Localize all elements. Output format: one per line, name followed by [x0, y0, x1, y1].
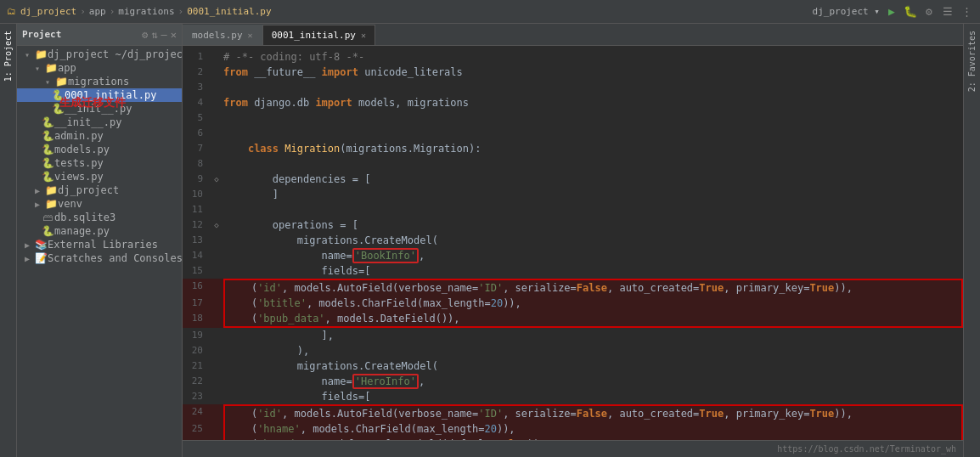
main-layout: 1: Project Project ⚙ ⇅ — ✕ ▾ 📁 dj_projec…: [0, 24, 980, 457]
editor-area: models.py ✕ 0001_initial.py ✕ 1 # -*- co…: [183, 24, 963, 457]
code-line-12: 12 ◇ operations = [: [183, 217, 963, 233]
tree-item-migrations[interactable]: ▾ 📁 migrations: [17, 75, 182, 88]
tree-item-manage[interactable]: 🐍 manage.py: [17, 224, 182, 238]
tree-item-init-migrations[interactable]: 🐍 __init__.py: [17, 102, 182, 116]
tab-models-close[interactable]: ✕: [248, 31, 253, 40]
status-url: https://blog.csdn.net/Terminator_wh: [777, 444, 956, 454]
expand-arrow-venv: ▶: [31, 200, 44, 209]
expand-arrow-scratches: ▶: [20, 254, 34, 263]
panel-title: Project: [22, 29, 138, 40]
tree-item-scratches[interactable]: ▶ 📝 Scratches and Consoles: [17, 251, 182, 265]
tree-item-app[interactable]: ▾ 📁 app: [17, 61, 182, 75]
db-icon: 🗃: [41, 212, 54, 223]
venv-label: venv: [58, 198, 182, 210]
code-line-22: 22 name='HeroInfo',: [183, 374, 963, 389]
app-label: app: [58, 62, 182, 74]
init-migrations-label: __init__.py: [65, 103, 182, 115]
code-line-16: 16 ('id', models.AutoField(verbose_name=…: [183, 279, 963, 296]
code-line-15: 15 fields=[: [183, 263, 963, 279]
title-bar: 🗂 dj_project › app › migrations › 0001_i…: [0, 0, 980, 24]
code-line-3: 3: [183, 80, 963, 95]
code-line-24: 24 ('id', models.AutoField(verbose_name=…: [183, 404, 963, 421]
db-label: db.sqlite3: [54, 212, 182, 223]
tab-models[interactable]: models.py ✕: [183, 25, 262, 45]
tree-item-ext-libs[interactable]: ▶ 📚 External Libraries: [17, 238, 182, 251]
code-line-25: 25 ('hname', models.CharField(max_length…: [183, 421, 963, 437]
debug-button[interactable]: 🐛: [904, 5, 917, 19]
code-line-18: 18 ('bpub_data', models.DateField()),: [183, 311, 963, 328]
code-line-26: 26 ('hgender', models.BooleanField(defau…: [183, 437, 963, 440]
folder-icon: 📁: [34, 48, 48, 60]
tree-item-init-app[interactable]: 🐍 __init__.py: [17, 116, 182, 129]
expand-arrow-extlibs: ▶: [20, 240, 34, 250]
expand-arrow-migrations: ▾: [41, 77, 54, 87]
app-folder-icon: 📁: [44, 62, 58, 74]
more-button[interactable]: ⋮: [960, 5, 973, 19]
status-bar: https://blog.csdn.net/Terminator_wh: [183, 440, 963, 457]
build-button[interactable]: ⚙: [922, 5, 936, 19]
code-line-17: 17 ('btitle', models.CharField(max_lengt…: [183, 296, 963, 311]
tree-item-db[interactable]: 🗃 db.sqlite3: [17, 211, 182, 224]
tab-0001-close[interactable]: ✕: [361, 31, 366, 40]
favorites-label[interactable]: 2: Favorites: [966, 27, 978, 95]
manage-label: manage.py: [54, 225, 182, 237]
tree-item-tests[interactable]: 🐍 tests.py: [17, 156, 182, 170]
project-tab-vertical[interactable]: 1: Project: [2, 27, 14, 85]
code-line-21: 21 migrations.CreateModel(: [183, 358, 963, 374]
tree-item-0001[interactable]: 🐍 0001_initial.py ←: [17, 88, 182, 102]
code-line-7: 7 class Migration(migrations.Migration):: [183, 141, 963, 156]
tree-label: dj_project ~/dj_project: [48, 48, 182, 60]
toolbar-right: dj_project ▾ ▶ 🐛 ⚙ ☰ ⋮: [813, 5, 973, 19]
py-icon-init1: 🐍: [51, 103, 65, 115]
ext-libs-label: External Libraries: [48, 239, 182, 251]
views-label: views.py: [54, 171, 182, 183]
py-icon-admin: 🐍: [41, 130, 54, 142]
code-line-2: 2 from __future__ import unicode_literal…: [183, 65, 963, 80]
code-line-11: 11: [183, 202, 963, 217]
code-line-20: 20 ),: [183, 343, 963, 358]
run-button[interactable]: ▶: [885, 5, 898, 19]
code-line-13: 13 migrations.CreateModel(: [183, 233, 963, 248]
favorites-tab: 2: Favorites: [963, 24, 980, 457]
breadcrumb-project: dj_project: [20, 6, 76, 17]
settings-icon[interactable]: ⚙: [142, 29, 148, 41]
dj-folder-icon: 📁: [44, 184, 58, 196]
project-icon: 🗂: [7, 6, 16, 17]
code-line-10: 10 ]: [183, 187, 963, 202]
expand-arrow-dj: ▶: [31, 186, 44, 195]
tests-label: tests.py: [54, 157, 182, 169]
breadcrumb-migrations: migrations: [118, 6, 174, 17]
vertical-tabs-left: 1: Project: [0, 24, 17, 457]
tree-item-models[interactable]: 🐍 models.py: [17, 143, 182, 156]
tree-item-admin[interactable]: 🐍 admin.py: [17, 129, 182, 143]
tab-0001-label: 0001_initial.py: [272, 30, 356, 41]
editor-tabs: models.py ✕ 0001_initial.py ✕: [183, 24, 963, 46]
project-panel: Project ⚙ ⇅ — ✕ ▾ 📁 dj_project ~/dj_proj…: [17, 24, 183, 457]
panel-header: Project ⚙ ⇅ — ✕: [17, 24, 182, 46]
py-icon-views: 🐍: [41, 171, 54, 183]
code-editor[interactable]: 1 # -*- coding: utf-8 -*- 2 from __futur…: [183, 46, 963, 440]
breadcrumb: 🗂 dj_project › app › migrations › 0001_i…: [7, 6, 272, 17]
venv-folder-icon: 📁: [44, 198, 58, 210]
collapse-icon[interactable]: —: [161, 29, 167, 41]
py-icon-tests: 🐍: [41, 157, 54, 169]
tab-0001[interactable]: 0001_initial.py ✕: [262, 25, 375, 45]
code-line-4: 4 from django.db import models, migratio…: [183, 95, 963, 110]
tree-item-root[interactable]: ▾ 📁 dj_project ~/dj_project: [17, 48, 182, 61]
project-name-label: dj_project ▾: [813, 6, 880, 17]
code-line-14: 14 name='BookInfo',: [183, 248, 963, 263]
tree-item-views[interactable]: 🐍 views.py: [17, 170, 182, 183]
migrations-label: migrations: [68, 76, 182, 87]
py-icon-models: 🐍: [41, 144, 54, 155]
code-line-6: 6: [183, 126, 963, 141]
coverage-button[interactable]: ☰: [941, 5, 955, 19]
hide-icon[interactable]: ✕: [171, 29, 177, 41]
sort-icon[interactable]: ⇅: [151, 29, 157, 41]
migrations-folder-icon: 📁: [54, 76, 68, 87]
code-line-5: 5: [183, 110, 963, 126]
expand-arrow-app: ▾: [31, 64, 44, 73]
code-line-9: 9 ◇ dependencies = [: [183, 172, 963, 187]
tree-item-dj-project-folder[interactable]: ▶ 📁 dj_project: [17, 183, 182, 197]
code-line-8: 8: [183, 156, 963, 172]
tree-item-venv[interactable]: ▶ 📁 venv: [17, 197, 182, 211]
